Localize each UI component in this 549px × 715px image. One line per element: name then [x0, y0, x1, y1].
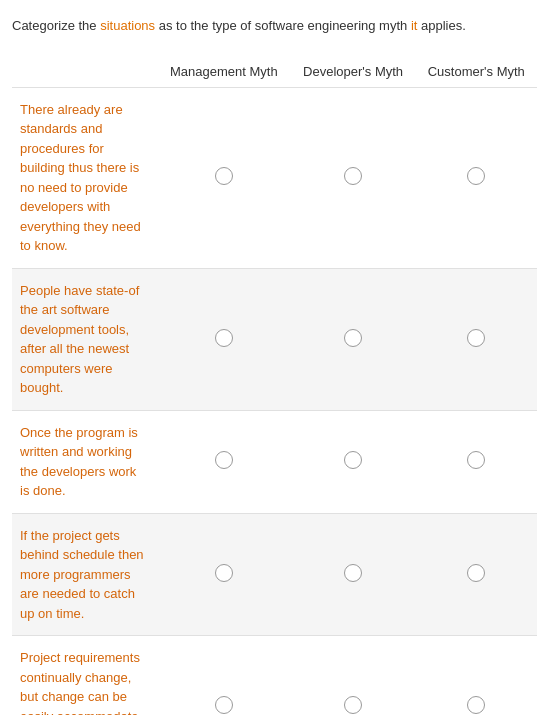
- column-header-developer: Developer's Myth: [291, 56, 416, 88]
- radio-developer-5[interactable]: [344, 696, 362, 714]
- radio-cell-customer-3: [416, 410, 538, 513]
- radio-developer-3[interactable]: [344, 451, 362, 469]
- radio-cell-developer-3: [291, 410, 416, 513]
- radio-cell-customer-5: [416, 636, 538, 716]
- radio-customer-5[interactable]: [467, 696, 485, 714]
- radio-developer-4[interactable]: [344, 564, 362, 582]
- scenario-text-5: Project requirements continually change,…: [12, 636, 157, 716]
- radio-developer-1[interactable]: [344, 167, 362, 185]
- radio-developer-2[interactable]: [344, 329, 362, 347]
- radio-cell-management-3: [157, 410, 291, 513]
- table-row: People have state-of the art software de…: [12, 268, 537, 410]
- radio-cell-developer-2: [291, 268, 416, 410]
- radio-cell-developer-1: [291, 87, 416, 268]
- scenario-text-4: If the project gets behind schedule then…: [12, 513, 157, 636]
- radio-customer-3[interactable]: [467, 451, 485, 469]
- scenario-text-2: People have state-of the art software de…: [12, 268, 157, 410]
- radio-customer-1[interactable]: [467, 167, 485, 185]
- radio-cell-management-2: [157, 268, 291, 410]
- table-row: Project requirements continually change,…: [12, 636, 537, 716]
- column-header-scenario: [12, 56, 157, 88]
- radio-customer-4[interactable]: [467, 564, 485, 582]
- column-header-management: Management Myth: [157, 56, 291, 88]
- radio-cell-developer-5: [291, 636, 416, 716]
- radio-cell-management-4: [157, 513, 291, 636]
- radio-management-1[interactable]: [215, 167, 233, 185]
- highlight-it: it: [411, 18, 418, 33]
- radio-cell-customer-4: [416, 513, 538, 636]
- scenario-text-1: There already are standards and procedur…: [12, 87, 157, 268]
- radio-cell-management-5: [157, 636, 291, 716]
- scenario-text-3: Once the program is written and working …: [12, 410, 157, 513]
- radio-cell-management-1: [157, 87, 291, 268]
- radio-management-2[interactable]: [215, 329, 233, 347]
- myth-classification-table: Management Myth Developer's Myth Custome…: [12, 56, 537, 716]
- radio-management-3[interactable]: [215, 451, 233, 469]
- table-row: There already are standards and procedur…: [12, 87, 537, 268]
- table-row: Once the program is written and working …: [12, 410, 537, 513]
- radio-cell-customer-1: [416, 87, 538, 268]
- radio-management-4[interactable]: [215, 564, 233, 582]
- radio-customer-2[interactable]: [467, 329, 485, 347]
- instructions-text: Categorize the situations as to the type…: [12, 16, 537, 36]
- column-header-customer: Customer's Myth: [416, 56, 538, 88]
- radio-management-5[interactable]: [215, 696, 233, 714]
- radio-cell-developer-4: [291, 513, 416, 636]
- radio-cell-customer-2: [416, 268, 538, 410]
- highlight-situations: situations: [100, 18, 155, 33]
- table-row: If the project gets behind schedule then…: [12, 513, 537, 636]
